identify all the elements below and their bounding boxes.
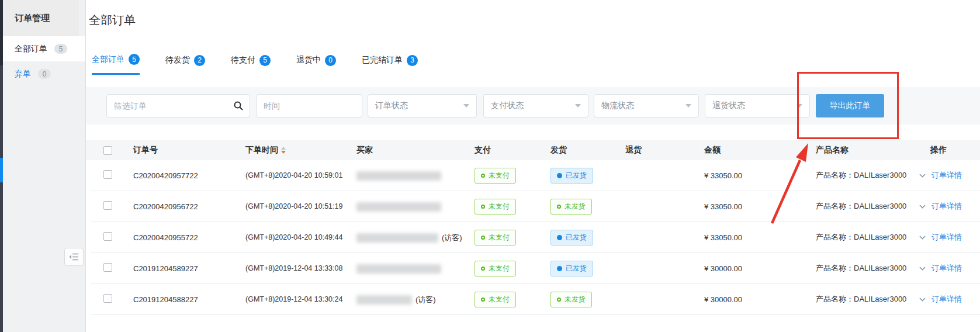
sort-toggle[interactable] xyxy=(281,147,286,154)
status-dot-icon xyxy=(481,267,485,271)
order-status-select[interactable]: 订单状态 xyxy=(368,94,477,117)
order-time: (GMT+8)2019-12-04 13:33:08 xyxy=(245,264,356,272)
tab-count-badge: 5 xyxy=(259,55,271,66)
buyer-cell xyxy=(356,201,475,212)
tab-returning[interactable]: 退货中 0 xyxy=(296,54,336,75)
col-actions: 操作 xyxy=(912,145,980,155)
product-name: 产品名称：DALILaser3000 xyxy=(816,294,912,305)
time-filter-input[interactable] xyxy=(256,94,362,117)
tab-completed-orders[interactable]: 已完结订单 3 xyxy=(362,54,418,75)
payment-status-badge: 未支付 xyxy=(475,230,516,245)
order-time: (GMT+8)2019-12-04 13:30:24 xyxy=(245,295,356,303)
col-payment: 支付 xyxy=(475,145,550,155)
col-order-time-label: 下单时间 xyxy=(245,145,278,155)
status-dot-icon xyxy=(481,174,485,178)
tab-label: 待支付 xyxy=(231,55,255,65)
buyer-cell: (访客) xyxy=(356,232,465,243)
expand-chevron-icon[interactable] xyxy=(919,236,926,240)
logistics-status-select[interactable]: 物流状态 xyxy=(594,94,699,117)
order-detail-link[interactable]: 订单详情 xyxy=(931,294,962,305)
shipping-status-badge: 未发货 xyxy=(550,292,592,307)
order-no: C20191204588227 xyxy=(133,295,245,304)
amount: ¥ 30000.00 xyxy=(704,295,816,304)
expand-chevron-icon[interactable] xyxy=(919,267,926,271)
sidebar-item-label: 全部订单 xyxy=(15,44,47,54)
payment-status-badge: 未支付 xyxy=(475,292,516,307)
order-no: C20200420956722 xyxy=(133,202,245,211)
sidebar: 订单管理 全部订单 5 弃单 0 xyxy=(3,0,86,332)
status-dot-icon xyxy=(481,205,485,209)
row-checkbox[interactable] xyxy=(103,263,112,272)
table-row: C20200420955722 (GMT+8)2020-04-20 10:49:… xyxy=(91,222,980,253)
search-input[interactable] xyxy=(106,94,250,117)
order-table-body: C20200420957722 (GMT+8)2020-04-20 10:59:… xyxy=(86,160,980,315)
payment-status-badge: 未支付 xyxy=(475,199,516,215)
status-tabs: 全部订单 5 待发货 2 待支付 5 退货中 0 已完结订单 3 xyxy=(92,54,444,75)
buyer-suffix: (访客) xyxy=(442,233,462,242)
status-dot-icon xyxy=(557,173,562,178)
shipping-status-label: 已发货 xyxy=(566,171,587,181)
tab-label: 已完结订单 xyxy=(362,55,403,65)
shipping-status-badge: 已发货 xyxy=(550,230,593,245)
chevron-down-icon xyxy=(797,104,802,108)
table-row: C20200420957722 (GMT+8)2020-04-20 10:59:… xyxy=(91,160,980,191)
chevron-down-icon xyxy=(685,104,691,108)
status-dot-icon xyxy=(481,298,485,302)
status-dot-icon xyxy=(481,236,485,240)
expand-chevron-icon[interactable] xyxy=(919,298,926,302)
order-search xyxy=(106,94,250,117)
buyer-name-redacted xyxy=(356,295,412,305)
row-checkbox[interactable] xyxy=(103,232,112,241)
select-placeholder: 物流状态 xyxy=(601,101,634,111)
payment-status-label: 未支付 xyxy=(489,233,510,243)
select-placeholder: 退货状态 xyxy=(712,101,745,111)
tab-all-orders[interactable]: 全部订单 5 xyxy=(92,54,140,75)
amount: ¥ 33050.00 xyxy=(704,171,816,180)
order-time: (GMT+8)2020-04-20 10:49:44 xyxy=(245,233,356,241)
col-product-name: 产品名称 xyxy=(816,145,912,155)
row-checkbox[interactable] xyxy=(103,170,112,179)
col-return: 退货 xyxy=(625,145,704,155)
row-checkbox[interactable] xyxy=(103,294,112,303)
shipping-status-badge: 已发货 xyxy=(550,168,593,184)
tab-to-pay[interactable]: 待支付 5 xyxy=(231,54,271,75)
shipping-status-label: 已发货 xyxy=(566,264,587,274)
select-placeholder: 支付状态 xyxy=(491,101,524,111)
sidebar-header: 订单管理 xyxy=(3,0,79,36)
order-detail-link[interactable]: 订单详情 xyxy=(931,263,962,274)
shipping-status-label: 未发货 xyxy=(565,202,586,212)
status-dot-icon xyxy=(557,205,561,209)
tab-count-badge: 2 xyxy=(194,55,205,66)
payment-status-label: 未支付 xyxy=(489,202,510,212)
col-buyer: 买家 xyxy=(356,145,475,155)
order-detail-link[interactable]: 订单详情 xyxy=(931,232,962,243)
export-orders-button[interactable]: 导出此订单 xyxy=(816,94,884,117)
sidebar-collapse-button[interactable] xyxy=(64,248,84,266)
table-row: C20191204588227 (GMT+8)2019-12-04 13:30:… xyxy=(91,284,980,315)
expand-chevron-icon[interactable] xyxy=(919,205,926,209)
payment-status-select[interactable]: 支付状态 xyxy=(483,94,588,117)
product-name: 产品名称：DALILaser3000 xyxy=(816,263,912,274)
chevron-down-icon xyxy=(575,104,581,108)
order-detail-link[interactable]: 订单详情 xyxy=(931,201,962,212)
col-order-time: 下单时间 xyxy=(245,145,356,155)
expand-chevron-icon[interactable] xyxy=(919,174,926,178)
buyer-suffix: (访客) xyxy=(415,295,436,304)
amount: ¥ 30000.00 xyxy=(704,264,816,273)
sort-asc-icon xyxy=(281,147,286,150)
tab-to-ship[interactable]: 待发货 2 xyxy=(165,54,205,75)
select-all-checkbox[interactable] xyxy=(103,146,112,155)
filter-bar: 订单状态 支付状态 物流状态 退货状态 导出此订单 xyxy=(86,87,980,124)
amount: ¥ 33050.00 xyxy=(704,233,816,242)
status-dot-icon xyxy=(557,298,561,302)
return-status-select[interactable]: 退货状态 xyxy=(705,94,810,117)
row-checkbox[interactable] xyxy=(103,201,112,210)
order-no: C20200420957722 xyxy=(133,171,245,180)
sidebar-item-all-orders[interactable]: 全部订单 5 xyxy=(3,36,85,61)
sort-desc-icon xyxy=(281,151,286,154)
order-detail-link[interactable]: 订单详情 xyxy=(931,170,962,181)
tab-label: 退货中 xyxy=(296,55,321,65)
sidebar-item-label: 弃单 xyxy=(15,69,31,79)
table-header: 订单号 下单时间 买家 支付 发货 退货 金额 产品名称 操作 xyxy=(86,140,980,160)
sidebar-item-abandoned-orders[interactable]: 弃单 0 xyxy=(3,61,85,87)
